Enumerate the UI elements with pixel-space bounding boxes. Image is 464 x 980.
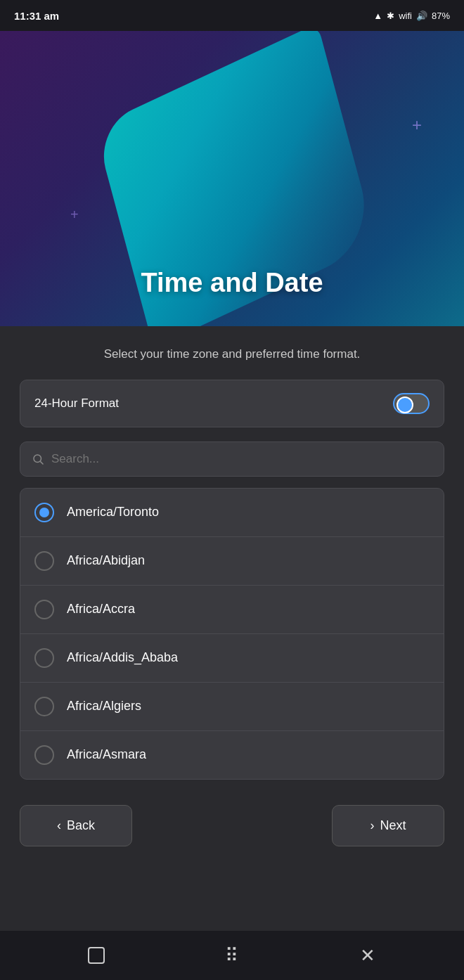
signal-icon: ▲ (373, 11, 382, 21)
search-input[interactable] (51, 452, 432, 466)
timezone-item-asmara[interactable]: Africa/Asmara (20, 731, 444, 779)
radio-button-algiers[interactable] (34, 697, 54, 716)
timezone-name-algiers: Africa/Algiers (67, 699, 141, 714)
timezone-item-addis-ababa[interactable]: Africa/Addis_Ababa (20, 634, 444, 683)
back-button[interactable]: ‹ Back (20, 805, 132, 846)
page-title: Time and Date (141, 268, 323, 298)
volume-icon: 🔊 (416, 11, 427, 21)
hero-section: + Time and Date (0, 31, 464, 326)
radio-inner-toronto (39, 508, 49, 517)
bluetooth-icon: ✱ (387, 11, 394, 21)
24hour-toggle[interactable] (393, 393, 430, 414)
nav-buttons: ‹ Back › Next (0, 794, 464, 858)
svg-point-0 (34, 455, 41, 463)
radio-button-addis-ababa[interactable] (34, 648, 54, 668)
timezone-item-accra[interactable]: Africa/Accra (20, 586, 444, 634)
search-container[interactable] (20, 441, 444, 477)
dots-icon: ⠿ (225, 945, 238, 967)
status-time: 11:31 am (14, 10, 59, 22)
hero-cross-icon: + (70, 207, 79, 223)
wifi-icon: wifi (399, 11, 412, 21)
subtitle-text: Select your time zone and preferred time… (20, 346, 444, 363)
home-button[interactable] (82, 941, 110, 969)
battery-icon: 87% (432, 11, 450, 21)
status-bar: 11:31 am ▲ ✱ wifi 🔊 87% (0, 0, 464, 31)
recents-button[interactable]: ⠿ (218, 941, 246, 969)
content-area: Select your time zone and preferred time… (0, 326, 464, 794)
next-button[interactable]: › Next (332, 805, 444, 846)
back-label: Back (67, 818, 95, 833)
radio-button-asmara[interactable] (34, 745, 54, 765)
timezone-list: America/Toronto Africa/Abidjan Africa/Ac… (20, 488, 444, 780)
radio-button-toronto[interactable] (34, 503, 54, 522)
close-icon: ✕ (360, 945, 375, 967)
toggle-label: 24-Hour Format (34, 396, 119, 411)
search-icon (32, 453, 44, 465)
timezone-name-asmara: Africa/Asmara (67, 747, 146, 762)
status-icons: ▲ ✱ wifi 🔊 87% (373, 11, 450, 21)
bottom-nav: ⠿ ✕ (0, 931, 464, 980)
24hour-format-row[interactable]: 24-Hour Format (20, 380, 444, 427)
back-nav-button[interactable]: ✕ (354, 941, 382, 969)
next-label: Next (380, 818, 406, 833)
back-chevron-icon: ‹ (57, 818, 61, 833)
timezone-item-abidjan[interactable]: Africa/Abidjan (20, 537, 444, 586)
next-chevron-icon: › (370, 818, 374, 833)
radio-button-accra[interactable] (34, 600, 54, 619)
timezone-name-toronto: America/Toronto (67, 505, 159, 520)
svg-line-1 (40, 461, 43, 464)
timezone-name-abidjan: Africa/Abidjan (67, 553, 145, 568)
square-icon (88, 947, 105, 964)
timezone-name-accra: Africa/Accra (67, 602, 135, 617)
timezone-item-toronto[interactable]: America/Toronto (20, 489, 444, 537)
timezone-name-addis-ababa: Africa/Addis_Ababa (67, 650, 178, 665)
radio-button-abidjan[interactable] (34, 551, 54, 571)
timezone-item-algiers[interactable]: Africa/Algiers (20, 683, 444, 731)
